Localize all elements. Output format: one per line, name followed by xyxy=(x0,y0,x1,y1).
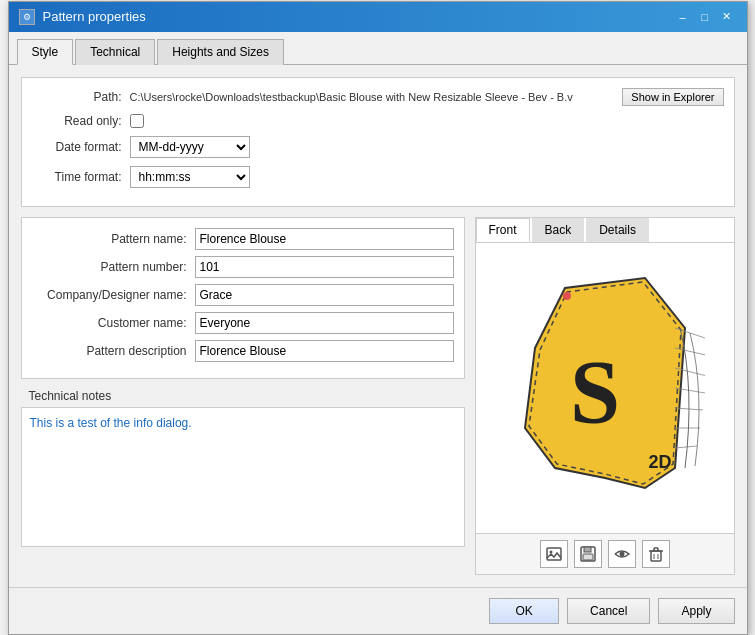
path-row: Path: C:\Users\rocke\Downloads\testbacku… xyxy=(32,88,724,106)
dialog-title: Pattern properties xyxy=(43,9,146,24)
svg-text:S: S xyxy=(569,343,619,442)
pattern-form: Pattern name: Pattern number: Company/De… xyxy=(21,217,465,379)
preview-toolbar xyxy=(476,533,734,574)
pattern-properties-dialog: ⚙ Pattern properties – □ ✕ Style Technic… xyxy=(8,1,748,635)
pattern-number-row: Pattern number: xyxy=(32,256,454,278)
svg-rect-16 xyxy=(583,554,593,560)
svg-point-4 xyxy=(563,292,571,300)
description-input[interactable] xyxy=(195,340,454,362)
show-in-explorer-button[interactable]: Show in Explorer xyxy=(622,88,723,106)
ok-button[interactable]: OK xyxy=(489,598,559,624)
description-label: Pattern description xyxy=(32,344,187,358)
svg-rect-12 xyxy=(547,548,561,560)
preview-tabs: Front Back Details xyxy=(476,218,734,243)
tab-technical[interactable]: Technical xyxy=(75,39,155,65)
maximize-button[interactable]: □ xyxy=(695,8,715,26)
cancel-button[interactable]: Cancel xyxy=(567,598,650,624)
pattern-name-input[interactable] xyxy=(195,228,454,250)
pattern-number-input[interactable] xyxy=(195,256,454,278)
customer-name-row: Customer name: xyxy=(32,312,454,334)
customer-name-input[interactable] xyxy=(195,312,454,334)
read-only-row: Read only: xyxy=(32,114,724,128)
tech-notes-label: Technical notes xyxy=(21,385,465,407)
main-section: Pattern name: Pattern number: Company/De… xyxy=(21,217,735,575)
eye-icon xyxy=(614,546,630,562)
pattern-name-row: Pattern name: xyxy=(32,228,454,250)
company-name-row: Company/Designer name: xyxy=(32,284,454,306)
svg-rect-15 xyxy=(584,547,591,552)
save-icon xyxy=(580,546,596,562)
left-panel: Pattern name: Pattern number: Company/De… xyxy=(21,217,465,575)
customer-name-label: Customer name: xyxy=(32,316,187,330)
title-bar-left: ⚙ Pattern properties xyxy=(19,9,146,25)
dialog-icon: ⚙ xyxy=(19,9,35,25)
notes-area[interactable]: This is a test of the info dialog. xyxy=(21,407,465,547)
technical-notes-section: Technical notes This is a test of the in… xyxy=(21,385,465,547)
eye-tool-button[interactable] xyxy=(608,540,636,568)
main-tabs: Style Technical Heights and Sizes xyxy=(9,32,747,65)
preview-image: S 2D xyxy=(505,268,705,508)
time-format-select[interactable]: hh:mm:ss HH:mm:ss xyxy=(130,166,250,188)
company-name-label: Company/Designer name: xyxy=(32,288,187,302)
path-label: Path: xyxy=(32,90,122,104)
save-tool-button[interactable] xyxy=(574,540,602,568)
preview-tab-front[interactable]: Front xyxy=(476,218,530,242)
path-section: Path: C:\Users\rocke\Downloads\testbacku… xyxy=(21,77,735,207)
pattern-number-label: Pattern number: xyxy=(32,260,187,274)
tab-heights-sizes[interactable]: Heights and Sizes xyxy=(157,39,284,65)
dialog-footer: OK Cancel Apply xyxy=(9,587,747,634)
right-panel: Front Back Details S 2D xyxy=(475,217,735,575)
image-icon xyxy=(546,546,562,562)
time-format-label: Time format: xyxy=(32,170,122,184)
preview-tab-details[interactable]: Details xyxy=(586,218,649,242)
trash-icon xyxy=(648,546,664,562)
svg-point-17 xyxy=(619,551,624,556)
preview-tab-back[interactable]: Back xyxy=(532,218,585,242)
time-format-row: Time format: hh:mm:ss HH:mm:ss xyxy=(32,166,724,188)
date-format-row: Date format: MM-dd-yyyy dd-MM-yyyy yyyy-… xyxy=(32,136,724,158)
tab-style[interactable]: Style xyxy=(17,39,74,65)
path-value: C:\Users\rocke\Downloads\testbackup\Basi… xyxy=(130,91,615,103)
svg-line-11 xyxy=(675,446,697,448)
trash-tool-button[interactable] xyxy=(642,540,670,568)
svg-rect-18 xyxy=(651,551,661,561)
tab-content: Path: C:\Users\rocke\Downloads\testbacku… xyxy=(9,65,747,587)
description-row: Pattern description xyxy=(32,340,454,362)
svg-text:2D: 2D xyxy=(648,452,671,472)
preview-area: S 2D xyxy=(476,243,734,533)
company-name-input[interactable] xyxy=(195,284,454,306)
read-only-label: Read only: xyxy=(32,114,122,128)
title-bar: ⚙ Pattern properties – □ ✕ xyxy=(9,2,747,32)
date-format-label: Date format: xyxy=(32,140,122,154)
image-tool-button[interactable] xyxy=(540,540,568,568)
notes-text: This is a test of the info dialog. xyxy=(30,416,192,430)
minimize-button[interactable]: – xyxy=(673,8,693,26)
apply-button[interactable]: Apply xyxy=(658,598,734,624)
read-only-checkbox[interactable] xyxy=(130,114,144,128)
close-button[interactable]: ✕ xyxy=(717,8,737,26)
date-format-select[interactable]: MM-dd-yyyy dd-MM-yyyy yyyy-MM-dd xyxy=(130,136,250,158)
pattern-name-label: Pattern name: xyxy=(32,232,187,246)
title-controls: – □ ✕ xyxy=(673,8,737,26)
